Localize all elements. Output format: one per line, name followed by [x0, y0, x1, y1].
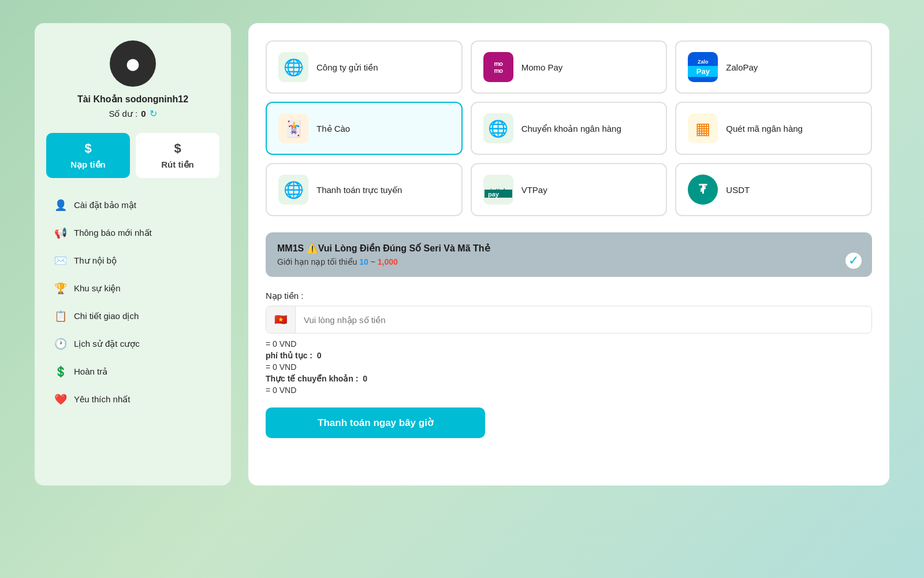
- flag-icon: 🇻🇳: [266, 306, 296, 333]
- avatar: ●: [110, 40, 156, 87]
- sidebar-item-bet-history[interactable]: 🕐 Lịch sử đặt cược: [46, 331, 219, 357]
- bank-transfer-icon: 🌐: [483, 113, 513, 143]
- sidebar-item-security[interactable]: 👤 Cài đặt bảo mật: [46, 192, 219, 218]
- zalopay-label: ZaloPay: [726, 61, 758, 73]
- sidebar-item-transactions-label: Chi tiết giao dịch: [74, 311, 139, 321]
- nap-tien-tab[interactable]: $ Nạp tiền: [46, 133, 130, 178]
- payment-usdt[interactable]: ₮ USDT: [675, 163, 872, 216]
- usdt-label: USDT: [726, 184, 750, 196]
- online-pay-label: Thanh toán trực tuyến: [316, 184, 402, 196]
- rut-label: Rút tiền: [161, 160, 193, 170]
- transactions-icon: 📋: [54, 310, 67, 323]
- online-pay-icon: 🌐: [278, 175, 308, 205]
- payment-cong-ty[interactable]: 🌐 Công ty gửi tiền: [266, 40, 463, 94]
- qr-icon: ▦: [688, 113, 718, 143]
- bet-history-icon: 🕐: [54, 338, 67, 350]
- qr-label: Quét mã ngân hàng: [726, 123, 803, 135]
- payment-qr[interactable]: ▦ Quét mã ngân hàng: [675, 102, 872, 155]
- form-label: Nạp tiền :: [266, 291, 872, 301]
- amount-input[interactable]: [296, 308, 871, 332]
- momo-icon: momo: [483, 52, 513, 82]
- sidebar-menu: 👤 Cài đặt bảo mật 📢 Thông báo mới nhất ✉…: [46, 192, 219, 413]
- momo-label: Momo Pay: [521, 61, 563, 73]
- payment-bank-transfer[interactable]: 🌐 Chuyển khoản ngân hàng: [471, 102, 668, 155]
- sidebar-item-bet-history-label: Lịch sử đặt cược: [74, 339, 140, 349]
- info-box-sub: Giới hạn nạp tối thiểu 10 ~ 1,000: [277, 257, 860, 266]
- balance-row: Số dư : 0 ↻: [109, 108, 157, 119]
- sidebar-item-events-label: Khu sự kiện: [74, 283, 121, 294]
- sidebar-item-transactions[interactable]: 📋 Chi tiết giao dịch: [46, 303, 219, 329]
- the-cao-icon: 🃏: [278, 113, 308, 143]
- payment-vtpay[interactable]: viettel pay VTPay: [471, 163, 668, 216]
- favorites-icon: ❤️: [54, 393, 67, 406]
- form-section: Nạp tiền : 🇻🇳 = 0 VND phí thủ tục : 0 = …: [266, 291, 872, 438]
- nap-label: Nạp tiền: [70, 160, 106, 170]
- pay-button[interactable]: Thanh toán ngay bây giờ: [266, 407, 485, 438]
- actual-row: Thực tế chuyển khoản : 0: [266, 374, 872, 383]
- payment-methods-grid: 🌐 Công ty gửi tiền momo Momo Pay Zalo Pa…: [266, 40, 872, 216]
- sidebar-item-inbox-label: Thư nội bộ: [74, 255, 117, 266]
- sidebar-item-events[interactable]: 🏆 Khu sự kiện: [46, 275, 219, 302]
- balance-label: Số dư :: [109, 109, 137, 119]
- cong-ty-icon: 🌐: [278, 52, 308, 82]
- bank-transfer-label: Chuyển khoản ngân hàng: [521, 123, 621, 135]
- sidebar-item-inbox[interactable]: ✉️ Thư nội bộ: [46, 247, 219, 274]
- zalopay-icon: Zalo Pay: [688, 52, 718, 82]
- tab-buttons: $ Nạp tiền $ Rút tiền: [46, 133, 219, 178]
- eq-vnd-2: = 0 VND: [266, 362, 872, 372]
- user-icon: ●: [125, 50, 141, 77]
- sidebar-item-security-label: Cài đặt bảo mật: [74, 200, 136, 210]
- payment-zalopay[interactable]: Zalo Pay ZaloPay: [675, 40, 872, 94]
- eq-vnd-3: = 0 VND: [266, 386, 872, 395]
- sidebar: ● Tài Khoản sodongninh12 Số dư : 0 ↻ $ N…: [35, 23, 231, 486]
- refresh-icon[interactable]: ↻: [150, 108, 157, 119]
- events-icon: 🏆: [54, 282, 67, 295]
- info-box: MM1S ⚠️Vui Lòng Điền Đúng Số Seri Và Mã …: [266, 232, 872, 277]
- fee-row: phí thủ tục : 0: [266, 351, 872, 360]
- sidebar-item-favorites-label: Yêu thích nhất: [74, 394, 130, 405]
- sidebar-item-favorites[interactable]: ❤️ Yêu thích nhất: [46, 386, 219, 413]
- security-icon: 👤: [54, 199, 67, 212]
- eq-vnd-1: = 0 VND: [266, 339, 872, 349]
- the-cao-label: Thẻ Cào: [316, 123, 350, 135]
- rut-icon: $: [174, 141, 181, 156]
- actual-label: Thực tế chuyển khoản :: [266, 374, 358, 383]
- sidebar-item-notifications[interactable]: 📢 Thông báo mới nhất: [46, 220, 219, 246]
- usdt-icon: ₮: [688, 175, 718, 205]
- svg-text:pay: pay: [488, 191, 500, 198]
- check-icon: ✓: [845, 253, 862, 269]
- vtpay-icon: viettel pay: [483, 175, 513, 205]
- main-content: 🌐 Công ty gửi tiền momo Momo Pay Zalo Pa…: [248, 23, 889, 486]
- refund-icon: 💲: [54, 365, 67, 378]
- payment-momo[interactable]: momo Momo Pay: [471, 40, 668, 94]
- sidebar-item-refund[interactable]: 💲 Hoàn trả: [46, 358, 219, 385]
- cong-ty-label: Công ty gửi tiền: [316, 61, 378, 73]
- payment-online[interactable]: 🌐 Thanh toán trực tuyến: [266, 163, 463, 216]
- vtpay-label: VTPay: [521, 184, 547, 196]
- fee-value: 0: [317, 351, 322, 360]
- payment-the-cao[interactable]: 🃏 Thẻ Cào: [266, 102, 463, 155]
- notifications-icon: 📢: [54, 227, 67, 239]
- sidebar-item-refund-label: Hoàn trả: [74, 366, 107, 377]
- actual-value: 0: [363, 374, 367, 383]
- rut-tien-tab[interactable]: $ Rút tiền: [136, 133, 219, 178]
- inbox-icon: ✉️: [54, 254, 67, 267]
- fee-label: phí thủ tục :: [266, 351, 312, 360]
- amount-input-wrapper: 🇻🇳: [266, 306, 872, 334]
- info-box-title: MM1S ⚠️Vui Lòng Điền Đúng Số Seri Và Mã …: [277, 243, 860, 254]
- username: Tài Khoản sodongninh12: [77, 94, 188, 105]
- nap-icon: $: [84, 141, 91, 156]
- sidebar-item-notifications-label: Thông báo mới nhất: [74, 228, 152, 238]
- balance-value: 0: [141, 109, 146, 118]
